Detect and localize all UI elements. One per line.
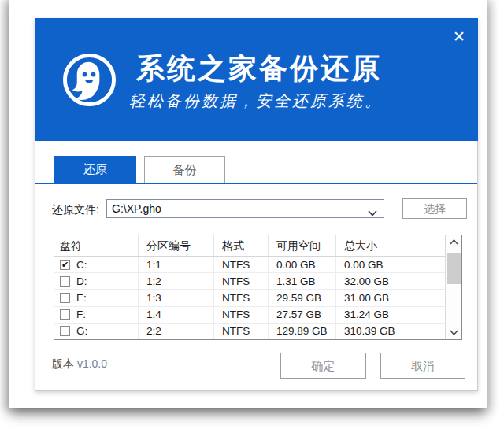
column-header-total[interactable]: 总大小 [336, 235, 428, 256]
scrollbar-thumb[interactable] [447, 253, 461, 284]
chevron-down-icon[interactable] [368, 205, 377, 220]
cell-format: NTFS [214, 307, 269, 323]
version-text: 版本 v1.0.0 [52, 357, 107, 372]
cell-free: 0.00 GB [269, 257, 336, 272]
row-checkbox[interactable] [60, 309, 70, 320]
row-checkbox[interactable] [60, 276, 70, 287]
backup-restore-dialog: ✕ 系统之家备份还原 轻松备份数据，安全还原系统。 还原 备份 还原文件: G:… [35, 18, 478, 391]
cancel-button[interactable]: 取消 [380, 353, 465, 379]
table-row[interactable]: G:2:2NTFS129.89 GB310.39 GB [54, 324, 445, 339]
column-header-filler [428, 235, 445, 256]
tab-restore[interactable]: 还原 [54, 156, 136, 183]
partition-table-main: 盘符 分区编号 格式 可用空间 总大小 ✔C:1:1NTFS0.00 GB0.0… [54, 235, 445, 339]
tab-underline [35, 183, 477, 184]
row-checkbox[interactable] [60, 293, 70, 303]
table-row[interactable]: ✔C:1:1NTFS0.00 GB0.00 GB [54, 257, 445, 273]
cell-free: 29.59 GB [269, 290, 336, 305]
cell-filler [428, 257, 445, 272]
drive-letter: G: [76, 325, 87, 337]
dialog-header: ✕ 系统之家备份还原 轻松备份数据，安全还原系统。 [35, 18, 478, 141]
cell-free: 27.57 GB [269, 307, 336, 323]
cell-partition: 1:3 [139, 290, 214, 305]
cell-filler [428, 290, 445, 305]
table-scrollbar[interactable] [445, 235, 461, 339]
select-file-button[interactable]: 选择 [402, 198, 467, 219]
ghost-logo-icon [61, 52, 117, 108]
cell-format: NTFS [214, 257, 269, 272]
cell-drive: D: [54, 273, 139, 289]
cell-filler [428, 273, 445, 289]
page-card: ✕ 系统之家备份还原 轻松备份数据，安全还原系统。 还原 备份 还原文件: G:… [9, 0, 487, 408]
app-title: 系统之家备份还原 [136, 50, 382, 88]
drive-letter: E: [76, 292, 87, 304]
restore-file-value: G:\XP.gho [112, 202, 161, 215]
cell-partition: 1:4 [139, 307, 214, 323]
cell-filler [428, 324, 445, 339]
cell-total: 31.24 GB [336, 307, 428, 323]
app-subtitle: 轻松备份数据，安全还原系统。 [129, 91, 383, 112]
version-label: 版本 [52, 357, 74, 370]
version-value: v1.0.0 [77, 357, 107, 370]
cell-format: NTFS [214, 273, 269, 289]
table-header: 盘符 分区编号 格式 可用空间 总大小 [54, 235, 445, 257]
scrollbar-track[interactable] [446, 249, 461, 326]
cell-partition: 1:1 [139, 257, 214, 272]
cell-total: 32.00 GB [336, 273, 428, 289]
drive-letter: D: [76, 276, 87, 287]
table-row[interactable]: F:1:4NTFS27.57 GB31.24 GB [54, 307, 445, 324]
cell-total: 31.00 GB [336, 290, 428, 305]
table-row[interactable]: E:1:3NTFS29.59 GB31.00 GB [54, 290, 445, 306]
scroll-up-icon[interactable] [446, 235, 461, 249]
cell-free: 129.89 GB [269, 324, 336, 339]
cell-partition: 1:2 [139, 273, 214, 289]
scroll-down-icon[interactable] [446, 326, 461, 339]
cell-drive: G: [54, 324, 139, 339]
cell-total: 310.39 GB [336, 324, 428, 339]
drive-letter: F: [76, 309, 86, 320]
row-checkbox[interactable] [60, 326, 70, 336]
partition-table: 盘符 分区编号 格式 可用空间 总大小 ✔C:1:1NTFS0.00 GB0.0… [54, 235, 462, 340]
restore-file-label: 还原文件: [52, 203, 99, 217]
cell-format: NTFS [214, 324, 269, 339]
close-icon[interactable]: ✕ [450, 28, 468, 45]
ok-button[interactable]: 确定 [280, 353, 366, 379]
column-header-partition[interactable]: 分区编号 [139, 235, 214, 256]
tab-backup[interactable]: 备份 [144, 156, 225, 183]
cell-drive: ✔C: [54, 257, 139, 272]
column-header-free[interactable]: 可用空间 [269, 235, 336, 256]
column-header-format[interactable]: 格式 [214, 235, 269, 256]
cell-format: NTFS [214, 290, 269, 305]
cell-total: 0.00 GB [336, 257, 428, 272]
cell-filler [428, 307, 445, 323]
table-body: ✔C:1:1NTFS0.00 GB0.00 GBD:1:2NTFS1.31 GB… [54, 257, 445, 339]
cell-free: 1.31 GB [269, 273, 336, 289]
table-row[interactable]: D:1:2NTFS1.31 GB32.00 GB [54, 273, 445, 290]
cell-partition: 2:2 [139, 324, 214, 339]
column-header-drive[interactable]: 盘符 [54, 235, 139, 256]
cell-drive: E: [54, 290, 139, 305]
tab-bar: 还原 备份 [35, 156, 477, 183]
restore-file-combobox[interactable]: G:\XP.gho [106, 199, 384, 218]
drive-letter: C: [76, 259, 87, 271]
cell-drive: F: [54, 307, 139, 323]
row-checkbox[interactable]: ✔ [60, 260, 70, 270]
